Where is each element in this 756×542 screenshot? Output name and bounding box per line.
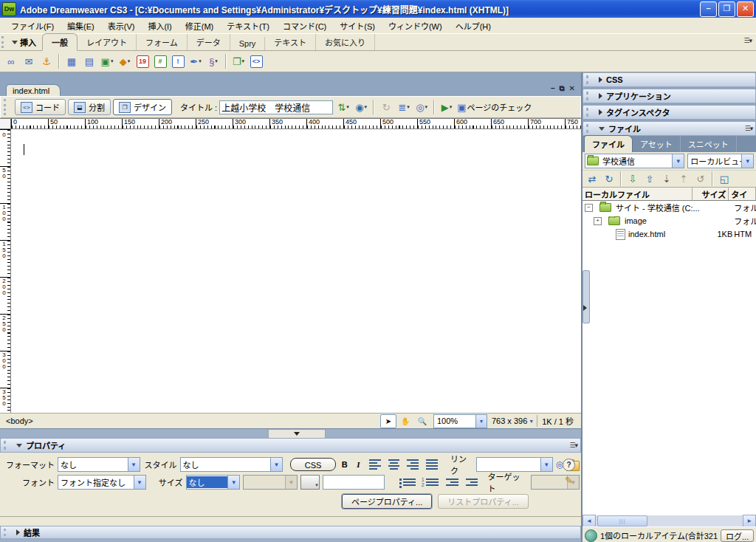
insert-tab-レイアウト[interactable]: レイアウト (78, 34, 137, 50)
head-icon[interactable]: ✒▾ (188, 52, 204, 70)
refresh-icon[interactable]: ↻ (378, 98, 394, 116)
insert-div-icon[interactable]: ▤ (81, 52, 97, 70)
insert-panel-label[interactable]: 挿入 (10, 36, 42, 50)
files-panel-header[interactable]: ファイル ☰▾ (583, 121, 756, 136)
quick-tag-editor-icon[interactable]: ✎ (565, 475, 573, 486)
color-value-input[interactable] (323, 475, 385, 490)
menu-item[interactable]: テキスト(T) (220, 18, 276, 33)
unordered-list-icon[interactable] (398, 476, 418, 489)
split-view-button[interactable]: ⬓ 分割 (68, 99, 111, 115)
file-tree-row[interactable]: +imageフォル (583, 214, 756, 227)
design-view-button[interactable]: ❐ デザイン (113, 99, 172, 115)
scroll-left-icon[interactable]: ◄ (583, 515, 596, 527)
help-icon[interactable]: ? (563, 459, 575, 471)
panel-options-icon[interactable]: ☰▾ (745, 125, 753, 132)
scrollbar-thumb[interactable]: ||| (597, 515, 647, 526)
doc-minimize-icon[interactable]: – (551, 84, 555, 93)
visual-aids-icon[interactable]: ◎▾ (413, 98, 430, 116)
pointer-tool-icon[interactable]: ➤ (380, 414, 396, 428)
align-center-icon[interactable] (386, 459, 402, 471)
doc-close-icon[interactable]: ✕ (569, 84, 575, 93)
menu-item[interactable]: 修正(M) (179, 18, 221, 33)
splitter-thumb[interactable] (583, 270, 590, 323)
file-tree-row[interactable]: +index.html1KBHTM (583, 227, 756, 241)
insert-tab-Spry[interactable]: Spry (230, 37, 266, 50)
indent-icon[interactable] (464, 476, 481, 489)
page-title-input[interactable] (219, 100, 333, 114)
scroll-right-icon[interactable]: ► (743, 515, 756, 527)
drag-grip[interactable] (586, 75, 594, 84)
column-size[interactable]: サイズ (693, 188, 729, 200)
ordered-list-icon[interactable]: 12 (421, 476, 441, 489)
expand-panel-icon[interactable]: ◱ (716, 170, 732, 188)
table-icon[interactable]: ▦ (63, 52, 80, 70)
drag-grip[interactable] (586, 108, 594, 117)
application-panel-header[interactable]: アプリケーション (583, 89, 756, 103)
outdent-icon[interactable] (444, 476, 461, 489)
format-select[interactable]: なし ▼ (58, 457, 140, 472)
insert-tab-一般[interactable]: 一般 (42, 33, 78, 51)
panel-splitter[interactable] (581, 72, 583, 542)
minimize-button[interactable]: – (700, 1, 717, 17)
check-out-icon[interactable]: ⇣ (659, 170, 675, 188)
files-horizontal-scrollbar[interactable]: ◄ ||| ► (583, 515, 756, 526)
css-button[interactable]: CSS (290, 458, 336, 471)
drag-grip[interactable] (586, 124, 594, 133)
menu-item[interactable]: ウィンドウ(W) (382, 18, 449, 33)
link-select[interactable]: ▼ (476, 457, 553, 472)
menu-item[interactable]: 挿入(I) (141, 18, 178, 33)
page-properties-button[interactable]: ページプロパティ... (342, 494, 432, 509)
window-size-select[interactable]: 763 x 396 ▼ (490, 416, 535, 425)
file-management-icon[interactable]: ⇅▾ (335, 98, 351, 116)
view-options-icon[interactable]: ≣▾ (396, 98, 412, 116)
check-in-icon[interactable]: ⇡ (676, 170, 692, 188)
align-right-icon[interactable] (405, 459, 421, 471)
collapse-properties-button[interactable] (268, 429, 326, 439)
zoom-tool-icon[interactable]: 🔍 (414, 414, 430, 428)
panel-options-icon[interactable]: ☰▾ (569, 442, 577, 449)
column-local-files[interactable]: ローカルファイル (583, 188, 693, 200)
view-select[interactable]: ローカルビュー ▼ (687, 154, 754, 168)
menu-item[interactable]: ヘルプ(H) (449, 18, 498, 33)
site-connect-icon[interactable]: ⇄ (584, 170, 600, 188)
synchronize-icon[interactable]: ↺ (693, 170, 709, 188)
comment-icon[interactable]: ! (170, 52, 186, 70)
column-type[interactable]: タイ (729, 188, 756, 200)
menu-item[interactable]: ファイル(F) (4, 18, 61, 33)
document-tab[interactable]: index.html (6, 84, 61, 96)
insert-tab-フォーム[interactable]: フォーム (137, 34, 188, 50)
files-tab-スニペット[interactable]: スニペット (681, 136, 737, 152)
get-files-icon[interactable]: ⇩ (625, 170, 641, 188)
hyperlink-icon[interactable]: ∞ (3, 52, 19, 70)
menu-item[interactable]: サイト(S) (333, 18, 382, 33)
properties-panel-header[interactable]: プロパティ ☰▾ (0, 438, 581, 453)
site-select[interactable]: 学校通信 ▼ (585, 154, 684, 168)
css-panel-header[interactable]: CSS (583, 72, 756, 87)
drag-grip[interactable] (586, 92, 594, 100)
align-justify-icon[interactable] (424, 459, 440, 471)
drag-grip[interactable] (4, 529, 11, 536)
menu-item[interactable]: コマンド(C) (276, 18, 333, 33)
restore-button[interactable]: ❐ (718, 1, 735, 17)
text-color-swatch[interactable]: ▾ (300, 475, 320, 490)
style-select[interactable]: なし ▼ (180, 457, 283, 472)
italic-button[interactable]: I (353, 460, 364, 469)
insert-tab-お気に入り[interactable]: お気に入り (316, 34, 375, 50)
hand-tool-icon[interactable]: ✋ (397, 414, 413, 428)
size-select[interactable]: なし ▼ (186, 475, 241, 490)
preview-browser-icon[interactable]: ◉▾ (353, 98, 369, 116)
server-include-icon[interactable]: # (152, 52, 168, 70)
font-select[interactable]: フォント指定なし ▼ (58, 475, 146, 490)
email-link-icon[interactable]: ✉ (21, 52, 37, 70)
media-icon[interactable]: ◆▾ (117, 52, 133, 70)
tag-inspector-panel-header[interactable]: タグインスペクタ (583, 105, 756, 120)
templates-icon[interactable]: ❐▾ (230, 52, 247, 70)
tag-selector-body[interactable]: <body> (3, 416, 36, 425)
image-icon[interactable]: ▣▾ (99, 52, 115, 70)
validate-markup-icon[interactable]: ▶▾ (439, 98, 455, 116)
drag-grip[interactable] (1, 36, 9, 48)
insert-tab-テキスト[interactable]: テキスト (265, 34, 316, 50)
doc-restore-icon[interactable]: ⧉ (559, 84, 564, 93)
refresh-icon[interactable]: ↻ (601, 170, 617, 188)
design-canvas[interactable] (11, 129, 581, 413)
